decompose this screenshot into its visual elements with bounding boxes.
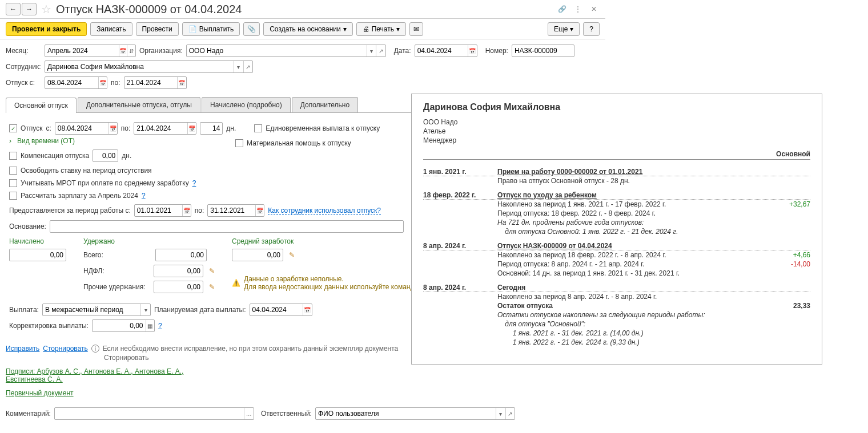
close-icon[interactable]: ✕ <box>588 3 600 15</box>
panel-employee-name: Даринова София Михайловна <box>423 102 810 112</box>
calc-salary-checkbox[interactable] <box>9 192 17 200</box>
period-to-input[interactable]: 📅 <box>207 204 264 217</box>
pencil-icon[interactable]: ✎ <box>209 267 215 275</box>
nav-back-button[interactable]: ← <box>6 3 21 15</box>
event-text: Накоплено за период 8 апр. 2024 г. - 8 а… <box>497 293 657 301</box>
compensation-input[interactable] <box>93 149 118 162</box>
open-icon[interactable]: ↗ <box>243 61 252 72</box>
warn-line1: Данные о заработке неполные. <box>244 275 417 283</box>
link-icon[interactable]: 🔗 <box>556 3 568 15</box>
reverse-link[interactable]: Сторнировать <box>43 345 87 353</box>
other-withheld-input[interactable] <box>154 281 203 293</box>
calendar-icon[interactable]: 📅 <box>119 45 127 56</box>
expand-icon[interactable]: … <box>244 408 254 419</box>
post-and-close-button[interactable]: Провести и закрыть <box>6 22 87 36</box>
create-based-on-button[interactable]: Создать на основании ▾ <box>263 22 353 36</box>
calc-icon[interactable]: ▦ <box>146 320 154 331</box>
favorite-star-icon[interactable]: ☆ <box>41 2 51 16</box>
fix-link[interactable]: Исправить <box>6 345 39 353</box>
event-title[interactable]: Прием на работу 0000-000002 от 01.01.202… <box>497 168 642 176</box>
number-input[interactable] <box>512 44 574 57</box>
org-input[interactable]: ▾ ↗ <box>186 44 386 57</box>
vacation-checkbox[interactable] <box>9 124 17 132</box>
payout-select[interactable]: ▾ <box>42 303 151 316</box>
event-title[interactable]: Отпуск НАЗК-000009 от 04.04.2024 <box>497 242 612 250</box>
responsible-input[interactable]: ▾ ↗ <box>315 407 515 420</box>
tab-extra[interactable]: Дополнительно <box>292 97 358 112</box>
warn-line2: Для ввода недостающих данных используйте… <box>244 283 417 291</box>
event-body: Отпуск НАЗК-000009 от 04.04.2024Накоплен… <box>497 242 810 278</box>
vacation-to-input[interactable]: 📅 <box>124 76 187 89</box>
calendar-icon[interactable]: 📅 <box>98 77 107 88</box>
help-button[interactable]: ? <box>583 22 600 36</box>
comment-input[interactable]: … <box>54 407 254 420</box>
tab-to-input[interactable]: 📅 <box>134 122 196 135</box>
expand-icon[interactable]: › <box>9 137 11 145</box>
chevron-down-icon[interactable]: ▾ <box>367 45 376 56</box>
signatures-link2[interactable]: Евстигнеева С. А. <box>6 375 63 383</box>
attach-button[interactable]: 📎 <box>243 22 260 36</box>
more-vertical-icon[interactable]: ⋮ <box>572 3 584 15</box>
date-input[interactable]: 📅 <box>415 44 477 57</box>
ndfl-input[interactable] <box>154 265 203 277</box>
withheld-head: Удержано <box>83 237 215 245</box>
tab-main-vacation[interactable]: Основной отпуск <box>6 98 77 113</box>
signatures-link[interactable]: Подписи: Арбузов А. С., Антонова Е. А., … <box>6 367 183 375</box>
tab-from-input[interactable]: 📅 <box>55 122 118 135</box>
pencil-icon[interactable]: ✎ <box>209 283 215 291</box>
print-button[interactable]: 🖨 Печать ▾ <box>356 22 406 36</box>
calendar-icon[interactable]: 📅 <box>468 45 476 56</box>
event-title[interactable]: Отпуск по уходу за ребенком <box>497 191 597 199</box>
spinner-icon[interactable]: ⇵ <box>127 45 135 56</box>
mail-button[interactable]: ✉ <box>409 22 423 36</box>
calendar-icon[interactable]: 📅 <box>182 205 191 216</box>
period-from-input[interactable]: 📅 <box>134 204 191 217</box>
pay-button[interactable]: 📄Выплатить <box>182 22 240 36</box>
calendar-icon[interactable]: 📅 <box>303 304 311 315</box>
open-icon[interactable]: ↗ <box>376 45 385 56</box>
accrued-input[interactable] <box>9 249 66 261</box>
employee-input[interactable]: ▾ ↗ <box>45 60 253 73</box>
chevron-down-icon[interactable]: ▾ <box>496 408 505 419</box>
plan-date-input[interactable]: 📅 <box>250 303 312 316</box>
nav-forward-button[interactable]: → <box>22 3 37 15</box>
mrot-checkbox[interactable] <box>9 179 17 187</box>
info-icon: i <box>91 345 99 353</box>
lumpsum-checkbox[interactable] <box>254 124 262 132</box>
calc-help-link[interactable]: ? <box>142 192 146 200</box>
post-button[interactable]: Провести <box>136 22 179 36</box>
chevron-down-icon[interactable]: ▾ <box>234 61 243 72</box>
tab-additional[interactable]: Дополнительные отпуска, отгулы <box>78 97 200 112</box>
calendar-icon[interactable]: 📅 <box>108 123 116 134</box>
month-input[interactable]: 📅 ⇵ <box>45 44 136 57</box>
days-input[interactable] <box>200 122 223 135</box>
calendar-icon[interactable]: 📅 <box>177 77 186 88</box>
mrot-help-link[interactable]: ? <box>192 179 196 187</box>
avg-input[interactable] <box>232 249 283 261</box>
month-label: Месяц: <box>6 47 41 55</box>
event-text: Период отпуска: 18 февр. 2022 г. - 8 фев… <box>497 209 656 217</box>
mat-help-checkbox[interactable] <box>235 139 243 147</box>
correction-input[interactable]: ▦ <box>92 319 155 332</box>
total-input[interactable] <box>155 249 207 261</box>
correction-help-link[interactable]: ? <box>158 322 162 330</box>
more-button[interactable]: Еще ▾ <box>548 22 580 36</box>
tab-accrued[interactable]: Начислено (подробно) <box>202 97 291 112</box>
open-icon[interactable]: ↗ <box>505 408 515 419</box>
accrued-head: Начислено <box>9 237 66 245</box>
calendar-icon[interactable]: 📅 <box>187 123 196 134</box>
reason-input[interactable] <box>50 220 404 233</box>
usage-link[interactable]: Как сотрудник использовал отпуск? <box>268 207 381 215</box>
footer-note: Если необходимо внести исправление, но п… <box>103 345 398 353</box>
compensation-checkbox[interactable] <box>9 152 17 160</box>
release-checkbox[interactable] <box>9 167 17 175</box>
pencil-icon[interactable]: ✎ <box>289 251 295 259</box>
calendar-icon[interactable]: 📅 <box>255 205 264 216</box>
vacation-from-input[interactable]: 📅 <box>45 76 107 89</box>
chevron-down-icon[interactable]: ▾ <box>140 304 150 315</box>
save-button[interactable]: Записать <box>90 22 132 36</box>
time-type-link[interactable]: Вид времени (ОТ) <box>17 137 75 145</box>
to-label: по: <box>111 79 120 87</box>
primary-doc-link[interactable]: Первичный документ <box>6 389 74 397</box>
vacation-from-label: Отпуск с: <box>6 79 41 87</box>
